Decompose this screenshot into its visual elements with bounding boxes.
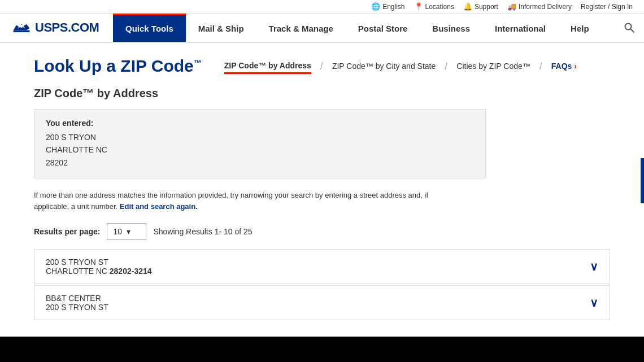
logo-area: USPS.COM (0, 14, 113, 42)
nav-items: Quick Tools Mail & Ship Track & Manage P… (113, 14, 615, 42)
chevron-down-icon-2: ∨ (590, 296, 598, 309)
result-zip-1: 28202-3214 (110, 267, 152, 276)
nav-item-international[interactable]: International (482, 14, 558, 42)
nav-item-postal-store[interactable]: Postal Store (346, 14, 420, 42)
svg-line-3 (631, 29, 634, 33)
usps-logo[interactable]: USPS.COM (11, 20, 99, 35)
svg-point-1 (20, 25, 23, 28)
sub-nav-cities-by-zip[interactable]: Cities by ZIP Code™ (456, 59, 530, 73)
results-count: Showing Results 1- 10 of 25 (153, 227, 252, 236)
nav-item-quick-tools[interactable]: Quick Tools (113, 14, 186, 42)
entered-label: You entered: (46, 119, 474, 128)
result-address-2: BB&T CENTER 200 S TRYON ST (46, 294, 108, 312)
logo-text: USPS.COM (35, 20, 99, 35)
nav-item-business[interactable]: Business (420, 14, 482, 42)
page-title-tm: ™ (194, 58, 202, 67)
page-header: Look Up a ZIP Code™ ZIP Code™ by Address… (0, 43, 644, 76)
search-icon (624, 22, 635, 33)
nav-item-track-manage[interactable]: Track & Manage (256, 14, 346, 42)
result-item-2: BB&T CENTER 200 S TRYON ST ∨ (34, 285, 610, 320)
entered-street: 200 S TRYON (46, 131, 474, 143)
support-link[interactable]: 🔔 Support (463, 2, 498, 11)
entered-city-state: CHARLOTTE NC (46, 143, 474, 156)
sub-nav-divider-2: / (436, 60, 456, 72)
results-per-page-value: 10 (113, 227, 122, 236)
results-per-page-label: Results per page: (34, 227, 100, 236)
chevron-down-icon: ▾ (127, 227, 130, 236)
sub-nav: ZIP Code™ by Address / ZIP Code™ by City… (224, 59, 610, 74)
main-nav: USPS.COM Quick Tools Mail & Ship Track &… (0, 14, 644, 43)
section-title: ZIP Code™ by Address (34, 87, 610, 100)
chevron-down-icon-1: ∨ (590, 260, 598, 273)
results-controls: Results per page: 10 ▾ Showing Results 1… (34, 223, 610, 240)
truck-icon: 🚚 (507, 2, 516, 11)
result-item-1: 200 S TRYON ST CHARLOTTE NC 28202-3214 ∨ (34, 249, 610, 284)
locations-link[interactable]: 📍 Locations (414, 2, 454, 11)
result-address-1: 200 S TRYON ST CHARLOTTE NC 28202-3214 (46, 258, 152, 276)
entered-box: You entered: 200 S TRYON CHARLOTTE NC 28… (34, 109, 486, 178)
globe-icon: 🌐 (371, 2, 380, 11)
result-city-state-1: CHARLOTTE NC (46, 267, 107, 276)
result-item-2-content[interactable]: BB&T CENTER 200 S TRYON ST ∨ (34, 286, 610, 320)
english-link[interactable]: 🌐 English (371, 2, 404, 11)
sub-nav-by-address[interactable]: ZIP Code™ by Address (224, 59, 311, 74)
content-area: Look Up a ZIP Code™ ZIP Code™ by Address… (0, 43, 644, 337)
nav-item-mail-ship[interactable]: Mail & Ship (186, 14, 256, 42)
info-text: If more than one address matches the inf… (34, 190, 458, 212)
eagle-icon (11, 21, 32, 34)
results-per-page-select[interactable]: 10 ▾ (107, 223, 146, 240)
page-title: Look Up a ZIP Code™ (34, 56, 202, 76)
sub-nav-by-city-state[interactable]: ZIP Code™ by City and State (332, 59, 436, 73)
sub-nav-faqs[interactable]: FAQs (551, 59, 577, 73)
result-city-zip-1: CHARLOTTE NC 28202-3214 (46, 267, 152, 276)
nav-item-help[interactable]: Help (558, 14, 602, 42)
entered-zip: 28202 (46, 156, 474, 169)
result-city-state-2: 200 S TRYON ST (46, 303, 108, 312)
result-street-1: 200 S TRYON ST (46, 258, 152, 267)
sub-nav-divider-1: / (311, 60, 332, 72)
right-accent-bar (641, 158, 644, 203)
register-sign-in-link[interactable]: Register / Sign In (581, 3, 633, 11)
informed-delivery-link[interactable]: 🚚 Informed Delivery (507, 2, 572, 11)
search-button[interactable] (615, 14, 644, 42)
bell-icon: 🔔 (463, 2, 472, 11)
utility-bar: 🌐 English 📍 Locations 🔔 Support 🚚 Inform… (0, 0, 644, 14)
result-city-zip-2: 200 S TRYON ST (46, 303, 108, 312)
result-item-1-content[interactable]: 200 S TRYON ST CHARLOTTE NC 28202-3214 ∨ (34, 250, 610, 284)
sub-nav-divider-3: / (530, 60, 551, 72)
entered-value: 200 S TRYON CHARLOTTE NC 28202 (46, 131, 474, 169)
pin-icon: 📍 (414, 2, 423, 11)
result-name-2: BB&T CENTER (46, 294, 108, 303)
edit-search-link[interactable]: Edit and search again. (120, 202, 198, 211)
main-content: ZIP Code™ by Address You entered: 200 S … (0, 76, 644, 333)
